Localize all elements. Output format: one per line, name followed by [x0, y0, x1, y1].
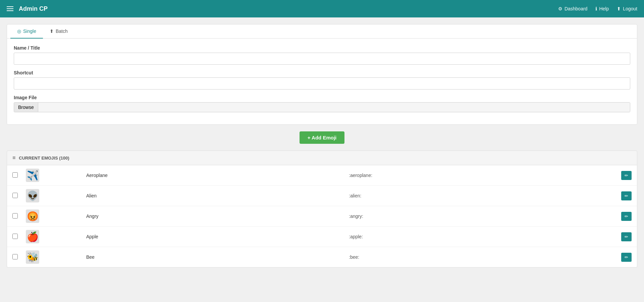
tab-bar: ◎ Single ⬆ Batch — [7, 24, 637, 39]
circle-icon: ◎ — [17, 28, 21, 34]
table-row: 🐝 Bee :bee: ✏ — [7, 247, 637, 267]
emoji-name-2: Angry — [86, 214, 349, 219]
emojis-section-header: ≡ CURRENT EMOJIS (100) — [7, 150, 637, 165]
logout-icon: ⬆ — [617, 6, 621, 11]
app-title: Admin CP — [19, 5, 48, 12]
emoji-actions-4: ✏ — [611, 253, 632, 262]
emoji-name-0: Aeroplane — [86, 173, 349, 178]
row-checkbox-2[interactable] — [12, 213, 18, 219]
emoji-name-4: Bee — [86, 254, 349, 260]
file-name-display — [38, 103, 630, 112]
emoji-image-cell-4: 🐝 — [26, 250, 86, 264]
file-input-wrapper: Browse — [14, 102, 630, 112]
row-checkbox-3[interactable] — [12, 234, 18, 239]
edit-button-0[interactable]: ✏ — [621, 171, 632, 180]
main-content: ◎ Single ⬆ Batch Name / Title Shortcut I… — [0, 17, 644, 274]
emoji-name-1: Alien — [86, 193, 349, 198]
hamburger-menu-button[interactable] — [7, 6, 13, 11]
app-header: Admin CP ⚙ Dashboard ℹ Help ⬆ Logout — [0, 0, 644, 17]
emoji-name-3: Apple — [86, 234, 349, 239]
header-nav: ⚙ Dashboard ℹ Help ⬆ Logout — [558, 6, 637, 11]
emoji-actions-1: ✏ — [611, 191, 632, 200]
emoji-image-cell-0: ✈️ — [26, 169, 86, 182]
dashboard-icon: ⚙ — [558, 6, 562, 11]
logout-nav-item[interactable]: ⬆ Logout — [617, 6, 637, 11]
help-nav-item[interactable]: ℹ Help — [595, 6, 609, 11]
help-icon: ℹ — [595, 6, 597, 11]
row-checkbox-4[interactable] — [12, 254, 18, 259]
emoji-shortcut-0: :aeroplane: — [349, 173, 611, 178]
table-row: 😡 Angry :angry: ✏ — [7, 206, 637, 227]
row-checkbox-cell — [12, 234, 26, 240]
table-row: 🍎 Apple :apple: ✏ — [7, 227, 637, 247]
browse-button[interactable]: Browse — [14, 103, 38, 112]
shortcut-label: Shortcut — [14, 70, 630, 75]
table-row: ✈️ Aeroplane :aeroplane: ✏ — [7, 165, 637, 186]
current-emojis-section: ≡ CURRENT EMOJIS (100) ✈️ Aeroplane :aer… — [7, 150, 637, 267]
emoji-image-4: 🐝 — [26, 250, 39, 264]
emoji-shortcut-1: :alien: — [349, 193, 611, 198]
dashboard-nav-item[interactable]: ⚙ Dashboard — [558, 6, 588, 11]
emoji-table: ✈️ Aeroplane :aeroplane: ✏ 👽 Alien :alie… — [7, 165, 637, 267]
emoji-image-cell-3: 🍎 — [26, 230, 86, 243]
emoji-image-3: 🍎 — [26, 230, 39, 243]
image-label: Image File — [14, 95, 630, 100]
row-checkbox-cell — [12, 193, 26, 199]
edit-button-2[interactable]: ✏ — [621, 212, 632, 221]
edit-button-1[interactable]: ✏ — [621, 191, 632, 200]
row-checkbox-0[interactable] — [12, 172, 18, 178]
name-input[interactable] — [14, 53, 630, 65]
row-checkbox-1[interactable] — [12, 193, 18, 198]
row-checkbox-cell — [12, 254, 26, 260]
shortcut-field-group: Shortcut — [14, 70, 630, 89]
emoji-shortcut-2: :angry: — [349, 214, 611, 219]
name-label: Name / Title — [14, 45, 630, 51]
emoji-image-1: 👽 — [26, 189, 39, 202]
tab-batch[interactable]: ⬆ Batch — [43, 24, 74, 39]
emoji-image-0: ✈️ — [26, 169, 39, 182]
name-field-group: Name / Title — [14, 45, 630, 65]
header-left: Admin CP — [7, 5, 48, 12]
emoji-image-cell-1: 👽 — [26, 189, 86, 202]
edit-button-3[interactable]: ✏ — [621, 232, 632, 241]
upload-icon: ⬆ — [50, 28, 54, 34]
edit-button-4[interactable]: ✏ — [621, 253, 632, 262]
add-emoji-panel: ◎ Single ⬆ Batch Name / Title Shortcut I… — [7, 24, 637, 125]
row-checkbox-cell — [12, 172, 26, 179]
image-field-group: Image File Browse — [14, 95, 630, 112]
emoji-shortcut-4: :bee: — [349, 254, 611, 260]
emoji-actions-0: ✏ — [611, 171, 632, 180]
table-row: 👽 Alien :alien: ✏ — [7, 186, 637, 206]
emoji-actions-2: ✏ — [611, 212, 632, 221]
tab-single[interactable]: ◎ Single — [10, 24, 43, 39]
emoji-image-2: 😡 — [26, 209, 39, 223]
list-icon: ≡ — [12, 155, 15, 161]
emoji-actions-3: ✏ — [611, 232, 632, 241]
emoji-image-cell-2: 😡 — [26, 209, 86, 223]
add-emoji-button[interactable]: + Add Emoji — [300, 131, 345, 144]
emoji-shortcut-3: :apple: — [349, 234, 611, 239]
row-checkbox-cell — [12, 213, 26, 220]
add-emoji-form: Name / Title Shortcut Image File Browse — [7, 39, 637, 124]
shortcut-input[interactable] — [14, 77, 630, 89]
